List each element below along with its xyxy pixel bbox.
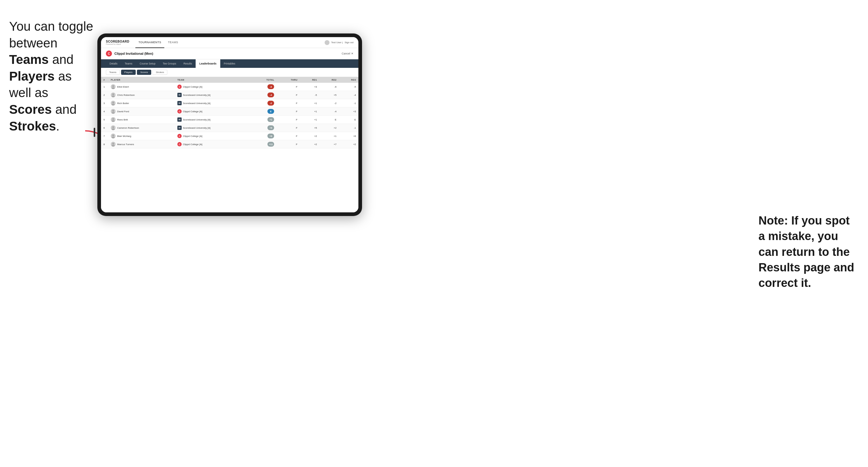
- cell-rd2: -2: [319, 99, 339, 107]
- cell-total: +1: [251, 116, 277, 124]
- col-team: TEAM: [175, 77, 251, 83]
- cell-total: +6: [251, 124, 277, 132]
- tab-details[interactable]: Details: [106, 59, 121, 68]
- cell-thru: F: [277, 124, 300, 132]
- svg-point-2: [112, 87, 115, 89]
- total-badge: +1: [268, 117, 274, 122]
- svg-point-10: [112, 120, 115, 122]
- total-badge: E: [268, 109, 274, 114]
- total-badge: +6: [268, 125, 274, 130]
- tab-results[interactable]: Results: [180, 59, 196, 68]
- cell-rd3: E: [339, 116, 359, 124]
- cell-rd3: +6: [339, 132, 359, 140]
- tab-printables[interactable]: Printables: [220, 59, 239, 68]
- cell-rd1: +2: [300, 140, 319, 149]
- player-name: Rich Butler: [117, 102, 129, 105]
- app-logo: SCOREBOARD: [106, 40, 129, 43]
- scoreboard-logo-small: SB: [177, 118, 182, 122]
- annotation-left: You can toggle between Teams and Players…: [9, 18, 94, 134]
- nav-tournaments[interactable]: TOURNAMENTS: [135, 37, 164, 48]
- tab-tee-groups[interactable]: Tee Groups: [159, 59, 180, 68]
- cell-rd3: -4: [339, 91, 359, 99]
- table-row: 7 Blair McHarg CClippd College [A]+8F+2+…: [101, 132, 359, 140]
- svg-point-6: [112, 104, 115, 105]
- nav-right: Test User | Sign out: [324, 40, 353, 45]
- cell-rd3: +3: [339, 107, 359, 116]
- sign-out-link[interactable]: Sign out: [345, 41, 353, 44]
- user-avatar: [324, 40, 330, 45]
- col-total: TOTAL: [251, 77, 277, 83]
- scoreboard-logo-small: SB: [177, 101, 182, 105]
- svg-point-7: [112, 110, 114, 112]
- cell-team: SBScoreboard University [A]: [175, 99, 251, 107]
- cell-rd3: -1: [339, 99, 359, 107]
- toggle-players[interactable]: Players: [121, 70, 136, 75]
- svg-point-4: [112, 96, 115, 97]
- clippd-logo-small: C: [177, 109, 182, 114]
- annotation-right: Note: If you spot a mistake, you can ret…: [758, 213, 859, 291]
- svg-point-16: [112, 145, 115, 147]
- cell-player: David Ford: [108, 107, 175, 116]
- tablet-side-button: [94, 128, 95, 137]
- table-row: 6 Cameron Robertson SBScoreboard Univers…: [101, 124, 359, 132]
- cell-rd2: +7: [319, 140, 339, 149]
- cell-rank: 6: [101, 124, 108, 132]
- cell-rank: 2: [101, 91, 108, 99]
- tab-teams[interactable]: Teams: [121, 59, 136, 68]
- cell-rd2: +5: [319, 91, 339, 99]
- clippd-logo-small: C: [177, 142, 182, 146]
- toggle-strokes[interactable]: Strokes: [152, 70, 167, 75]
- cell-thru: F: [277, 132, 300, 140]
- table-row: 4 David Ford CClippd College [A]EF+1-4+3: [101, 107, 359, 116]
- total-badge: -2: [268, 101, 274, 105]
- total-badge: -4: [268, 92, 274, 97]
- team-name: Clippd College [A]: [183, 86, 202, 88]
- cell-rank: 3: [101, 99, 108, 107]
- tab-course-setup[interactable]: Course Setup: [136, 59, 159, 68]
- cell-team: CClippd College [A]: [175, 132, 251, 140]
- table-header-row: # PLAYER TEAM TOTAL THRU RD1 RD2 RD3: [101, 77, 359, 83]
- nav-teams[interactable]: TEAMS: [165, 37, 181, 48]
- col-rd2: RD2: [319, 77, 339, 83]
- svg-point-14: [112, 136, 115, 138]
- col-player: PLAYER: [108, 77, 175, 83]
- cell-rd2: E: [319, 116, 339, 124]
- close-icon: ✕: [351, 52, 353, 55]
- cancel-button[interactable]: Cancel ✕: [342, 52, 353, 55]
- table-row: 3 Rich Butler SBScoreboard University [A…: [101, 99, 359, 107]
- toggle-scores[interactable]: Scores: [137, 70, 151, 75]
- cell-rd1: +3: [300, 83, 319, 91]
- player-avatar: [111, 92, 116, 97]
- scoreboard-logo-small: SB: [177, 93, 182, 97]
- clippd-logo-small: C: [177, 85, 182, 89]
- player-name: Cameron Robertson: [117, 127, 139, 129]
- cell-rd3: -1: [339, 124, 359, 132]
- top-nav: SCOREBOARD Powered by clippd TOURNAMENTS…: [101, 37, 359, 48]
- table-row: 1 Elliot Ebert CClippd College [A]-8F+3-…: [101, 83, 359, 91]
- toggle-row: Teams Players Scores Strokes: [101, 68, 359, 77]
- player-avatar: [111, 84, 116, 89]
- col-rank: #: [101, 77, 108, 83]
- cell-thru: F: [277, 107, 300, 116]
- tab-leaderboards[interactable]: Leaderboards: [196, 59, 220, 68]
- team-name: Scoreboard University [A]: [183, 118, 211, 121]
- cell-total: -8: [251, 83, 277, 91]
- toggle-teams[interactable]: Teams: [106, 70, 120, 75]
- table-row: 8 Marcus Turners CClippd College [A]+11F…: [101, 140, 359, 149]
- cell-rank: 7: [101, 132, 108, 140]
- cell-rd1: +5: [300, 124, 319, 132]
- player-name: David Ford: [117, 110, 129, 113]
- cell-rd1: +1: [300, 99, 319, 107]
- cell-total: -4: [251, 91, 277, 99]
- cell-thru: F: [277, 140, 300, 149]
- tablet-device: SCOREBOARD Powered by clippd TOURNAMENTS…: [97, 33, 362, 216]
- cell-total: -2: [251, 99, 277, 107]
- player-avatar: [111, 101, 116, 105]
- svg-point-11: [112, 126, 114, 128]
- cell-rank: 4: [101, 107, 108, 116]
- cell-rank: 5: [101, 116, 108, 124]
- cell-rd3: -5: [339, 83, 359, 91]
- cell-player: Marcus Turners: [108, 140, 175, 149]
- player-name: Chris Robertson: [117, 94, 135, 96]
- cell-rd1: +2: [300, 132, 319, 140]
